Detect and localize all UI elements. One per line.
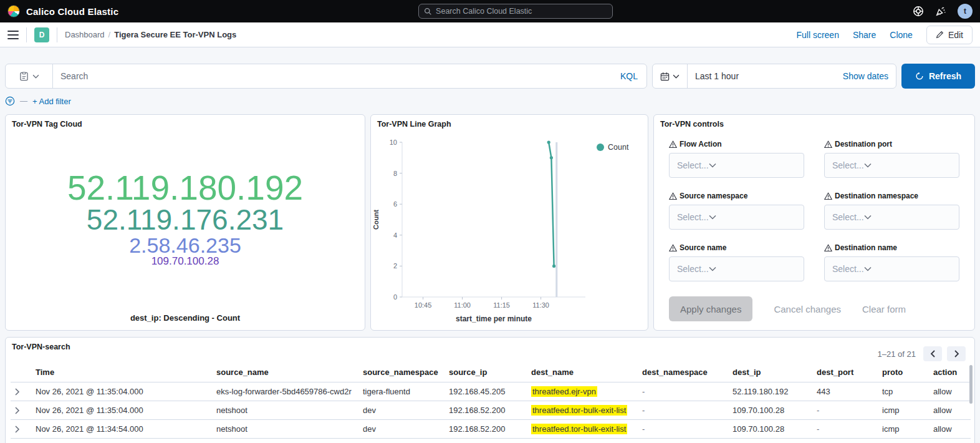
svg-text:11:15: 11:15	[493, 301, 510, 309]
cell-dest_name: threatfeed.tor-bulk-exit-list	[527, 401, 638, 420]
breadcrumb-dashboard[interactable]: Dashboard	[65, 30, 105, 39]
warning-icon	[669, 140, 677, 148]
select-placeholder: Select...	[832, 160, 864, 170]
tag-cloud-panel: Tor-VPN Tag Cloud 52.119.180.19252.119.1…	[5, 114, 365, 331]
breadcrumb: Dashboard / Tigera Secure EE Tor-VPN Log…	[65, 30, 236, 39]
global-search-input[interactable]	[436, 7, 607, 16]
chevron-right-icon	[954, 350, 959, 358]
divider	[57, 27, 57, 42]
control-select[interactable]: Select...	[824, 205, 959, 230]
control-select[interactable]: Select...	[669, 205, 804, 230]
column-header-proto: proto	[878, 363, 930, 382]
date-picker-menu[interactable]	[653, 64, 688, 88]
highlighted-value: threatfeed.tor-bulk-exit-list	[531, 424, 627, 434]
column-header-source_ip: source_ip	[445, 363, 527, 382]
svg-text:0: 0	[393, 293, 397, 301]
select-placeholder: Select...	[677, 264, 709, 274]
menu-icon[interactable]	[7, 31, 19, 39]
expand-row-button[interactable]	[11, 382, 32, 401]
filter-circle-icon[interactable]	[5, 96, 15, 106]
chevron-down-icon	[864, 266, 872, 271]
cell-dest_ip: 52.119.180.192	[729, 382, 813, 401]
time-range-value[interactable]: Last 1 hour	[688, 71, 746, 81]
newsfeed-icon[interactable]	[935, 6, 946, 17]
line-chart: 024681010:4511:0011:1511:30Countstart_ti…	[371, 134, 645, 327]
controls-form: Flow ActionSelect...Destination portSele…	[654, 134, 974, 281]
table-scrollbar[interactable]	[969, 365, 973, 404]
chevron-down-icon	[32, 74, 39, 79]
column-header-dest_ip: dest_ip	[729, 363, 813, 382]
expand-row-button[interactable]	[11, 420, 32, 439]
svg-text:11:00: 11:00	[454, 301, 471, 309]
warning-icon	[669, 244, 677, 252]
control-select[interactable]: Select...	[669, 153, 804, 178]
cell-dest_port: -	[813, 401, 878, 420]
apply-changes-button[interactable]: Apply changes	[669, 296, 752, 321]
cell-source_ip: 192.168.52.200	[445, 420, 527, 439]
add-filter-link[interactable]: + Add filter	[32, 97, 71, 106]
panel-title: Tor-VPN controls	[654, 115, 974, 134]
control-field-label: Destination namespace	[835, 192, 918, 200]
breadcrumb-separator: /	[108, 30, 111, 39]
svg-text:4: 4	[393, 231, 397, 239]
chevron-down-icon	[673, 74, 680, 79]
cell-proto: tcp	[878, 382, 930, 401]
edit-button-label: Edit	[948, 30, 963, 40]
chevron-down-icon	[709, 215, 716, 220]
control-select[interactable]: Select...	[824, 153, 959, 178]
pencil-icon	[936, 31, 944, 39]
svg-text:8: 8	[393, 170, 397, 177]
control-field-label: Destination port	[835, 140, 892, 148]
tag-cloud-term[interactable]: 2.58.46.235	[129, 235, 241, 256]
clone-link[interactable]: Clone	[890, 30, 913, 40]
share-link[interactable]: Share	[853, 30, 876, 40]
chevron-down-icon	[709, 163, 716, 168]
select-placeholder: Select...	[832, 264, 864, 274]
refresh-button[interactable]: Refresh	[901, 64, 975, 89]
next-page-button[interactable]	[947, 346, 966, 361]
clear-form-button[interactable]: Clear form	[862, 304, 906, 314]
avatar[interactable]: t	[958, 4, 973, 19]
previous-page-button[interactable]	[923, 346, 942, 361]
show-dates-link[interactable]: Show dates	[835, 71, 896, 81]
table-row: Nov 26, 2021 @ 11:35:04.000eks-log-forwa…	[11, 382, 971, 401]
full-screen-link[interactable]: Full screen	[796, 30, 838, 40]
chevron-down-icon	[864, 163, 872, 168]
line-graph-panel: Tor-VPN Line Graph 024681010:4511:0011:1…	[370, 114, 648, 331]
tag-cloud-term[interactable]: 109.70.100.28	[151, 256, 219, 266]
cell-source_name: netshoot	[213, 401, 359, 420]
cell-source_namespace: tigera-fluentd	[359, 382, 445, 401]
cell-dest_name: threatfeed.ejr-vpn	[527, 382, 638, 401]
dashboard-badge[interactable]: D	[34, 27, 49, 42]
column-header-dest_port: dest_port	[813, 363, 878, 382]
highlighted-value: threatfeed.tor-bulk-exit-list	[531, 405, 627, 416]
date-picker[interactable]: Last 1 hour Show dates	[652, 64, 896, 89]
edit-button[interactable]: Edit	[926, 26, 973, 44]
tag-cloud-term[interactable]: 52.119.180.192	[67, 170, 303, 205]
cell-dest_namespace: -	[638, 382, 729, 401]
expander-column-header	[11, 363, 32, 382]
query-input[interactable]	[53, 71, 612, 81]
tag-cloud-term[interactable]: 52.119.176.231	[87, 205, 284, 235]
control-select[interactable]: Select...	[669, 256, 804, 281]
global-search[interactable]	[418, 4, 613, 19]
query-language-button[interactable]: KQL	[612, 64, 646, 88]
column-header-source_name: source_name	[213, 363, 359, 382]
saved-query-menu[interactable]	[6, 64, 53, 88]
help-icon[interactable]	[913, 6, 924, 17]
query-bar[interactable]: KQL	[5, 64, 647, 89]
cell-action: allow	[930, 420, 971, 439]
expand-row-button[interactable]	[11, 401, 32, 420]
filter-dash: —	[20, 97, 27, 105]
cell-dest_port: -	[813, 420, 878, 439]
control-select[interactable]: Select...	[824, 256, 959, 281]
svg-text:10:45: 10:45	[415, 301, 432, 309]
tag-cloud: 52.119.180.19252.119.176.2312.58.46.2351…	[6, 129, 365, 308]
svg-text:Count: Count	[372, 210, 380, 230]
control-field-label: Source name	[680, 243, 726, 252]
control-field: Source nameSelect...	[669, 243, 804, 281]
warning-icon	[824, 244, 832, 252]
tag-cloud-caption: dest_ip: Descending - Count	[6, 313, 365, 330]
cancel-changes-button[interactable]: Cancel changes	[774, 304, 841, 314]
cell-dest_name: threatfeed.tor-bulk-exit-list	[527, 420, 638, 439]
